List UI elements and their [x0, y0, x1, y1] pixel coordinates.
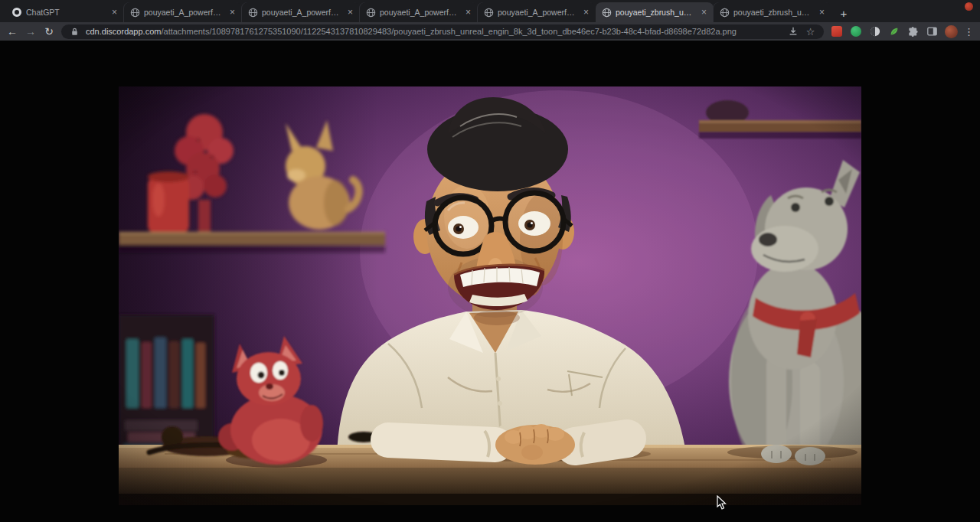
tab-zbrush-active[interactable]: pouyaeti_zbrush_unreal_engin × [596, 2, 714, 22]
viewed-image[interactable] [119, 86, 861, 505]
browser-toolbar: ← → ↻ cdn.discordapp.com/attachments/108… [0, 22, 980, 41]
new-tab-button[interactable]: + [834, 4, 854, 22]
tab-powerful-2[interactable]: pouyaeti_A_powerful_modern × [242, 2, 360, 22]
tab-title: pouyaeti_zbrush_unreal_engi [733, 8, 814, 17]
tab-title: pouyaeti_A_powerful_modern [144, 8, 224, 17]
forward-icon[interactable]: → [24, 26, 37, 37]
back-icon[interactable]: ← [6, 26, 18, 37]
window-badge [965, 2, 973, 11]
globe-icon [719, 7, 730, 18]
chatgpt-icon [11, 7, 22, 18]
dark-mode-moon-icon[interactable] [868, 25, 881, 38]
tab-close-icon[interactable]: × [818, 7, 826, 18]
tab-title: pouyaeti_A_powerful_modern [380, 8, 460, 17]
globe-icon [129, 7, 140, 18]
tab-powerful-4[interactable]: pouyaeti_A_powerful_modern × [478, 2, 596, 22]
tab-zbrush-2[interactable]: pouyaeti_zbrush_unreal_engi × [714, 2, 831, 22]
tab-title: ChatGPT [26, 8, 106, 17]
tab-title: pouyaeti_zbrush_unreal_engin [616, 8, 696, 17]
url-text[interactable]: cdn.discordapp.com/attachments/108978176… [86, 27, 782, 36]
download-icon[interactable] [786, 25, 799, 38]
tab-close-icon[interactable]: × [228, 7, 237, 18]
tab-title: pouyaeti_A_powerful_modern [262, 8, 342, 17]
tab-powerful-3[interactable]: pouyaeti_A_powerful_modern × [360, 2, 478, 22]
tab-close-icon[interactable]: × [346, 7, 354, 18]
extension-green-icon[interactable] [849, 25, 862, 38]
tab-title: pouyaeti_A_powerful_modern [498, 8, 578, 17]
globe-icon [601, 7, 612, 18]
globe-icon [483, 7, 494, 18]
tab-close-icon[interactable]: × [110, 7, 119, 18]
globe-icon [247, 7, 258, 18]
image-viewer-page [0, 41, 980, 522]
reload-icon[interactable]: ↻ [43, 26, 55, 37]
url-path: /attachments/1089781761275351090/1122543… [161, 27, 737, 36]
globe-icon [365, 7, 376, 18]
tab-close-icon[interactable]: × [700, 7, 708, 18]
tab-chatgpt[interactable]: ChatGPT × [6, 2, 124, 22]
tab-powerful-1[interactable]: pouyaeti_A_powerful_modern × [124, 2, 242, 22]
url-domain: cdn.discordapp.com [86, 27, 161, 36]
tab-close-icon[interactable]: × [582, 7, 590, 18]
tab-strip: ChatGPT × pouyaeti_A_powerful_modern × p… [0, 0, 980, 22]
extensions-puzzle-icon[interactable] [906, 25, 920, 38]
artwork-vignette [119, 86, 861, 505]
extension-red-icon[interactable] [830, 25, 843, 38]
bookmark-star-icon[interactable]: ☆ [804, 25, 817, 38]
artwork-3d-toon-render [119, 86, 861, 505]
profile-avatar[interactable] [945, 25, 958, 38]
menu-kebab-icon[interactable]: ⋮ [964, 27, 974, 37]
address-bar[interactable]: cdn.discordapp.com/attachments/108978176… [61, 24, 824, 39]
side-panel-icon[interactable] [926, 25, 939, 38]
tab-close-icon[interactable]: × [464, 7, 472, 18]
leaf-extension-icon[interactable] [887, 25, 900, 38]
lock-icon[interactable] [68, 25, 81, 38]
